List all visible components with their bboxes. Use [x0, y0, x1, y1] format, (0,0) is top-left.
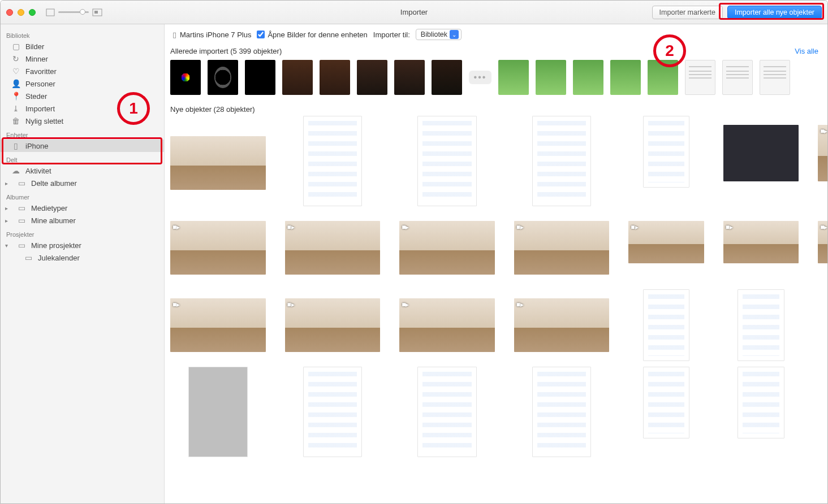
imported-thumb[interactable] — [498, 60, 529, 95]
chevron-down-icon: ▾ — [5, 242, 12, 249]
video-icon: ■▸ — [402, 223, 409, 231]
photo-tile[interactable] — [303, 367, 363, 457]
sidebar-item-people[interactable]: 👤 Personer — [1, 77, 164, 90]
imported-thumb[interactable] — [357, 60, 387, 95]
photo-tile[interactable]: ■▸ — [285, 221, 381, 275]
photo-tile[interactable] — [303, 116, 363, 206]
photo-tile[interactable]: ■▸ — [170, 221, 266, 275]
sidebar-item-trash[interactable]: 🗑 Nylig slettet — [1, 115, 164, 127]
imported-thumb[interactable] — [573, 60, 603, 95]
imported-thumb[interactable] — [536, 60, 566, 95]
photo-tile[interactable]: ■▸ — [285, 298, 381, 352]
section-header-new: Nye objekter (28 objekter) — [165, 103, 827, 117]
clock-icon: ↻ — [11, 54, 21, 63]
photo-tile[interactable] — [738, 289, 784, 361]
photo-tile[interactable]: ■▸ — [514, 221, 610, 275]
import-options-bar: ▯ Martins iPhone 7 Plus Åpne Bilder for … — [165, 24, 827, 45]
download-icon: ⤓ — [11, 104, 21, 113]
imported-thumb[interactable] — [760, 60, 790, 95]
sidebar-section-projects: Prosjekter — [1, 227, 164, 239]
photo-tile[interactable] — [188, 367, 248, 457]
sidebar-item-photos[interactable]: ▢ Bilder — [1, 40, 164, 53]
photo-tile[interactable]: ■▸ — [723, 221, 799, 263]
sidebar-item-my-albums[interactable]: ▸ ▭ Mine albumer — [1, 214, 164, 227]
photo-tile[interactable]: ■▸ — [818, 221, 827, 263]
video-icon: ■▸ — [287, 223, 295, 231]
sidebar-item-activity[interactable]: ☁ Aktivitet — [1, 164, 164, 177]
imported-thumb[interactable] — [282, 60, 313, 95]
sidebar-item-label: Steder — [25, 92, 47, 101]
import-destination-select[interactable]: Bibliotek ⌄ — [416, 29, 462, 40]
sidebar-item-imported[interactable]: ⤓ Importert — [1, 102, 164, 115]
photo-tile[interactable]: ■▸ — [399, 298, 495, 352]
sidebar-section-devices: Enheter — [1, 127, 164, 140]
video-icon: ■▸ — [516, 223, 524, 231]
imported-thumb[interactable] — [320, 60, 350, 95]
already-imported-row: ••• — [165, 59, 827, 103]
sidebar-item-label: Minner — [25, 55, 48, 63]
video-icon: ■▸ — [172, 301, 180, 309]
album-icon: ▭ — [16, 241, 27, 250]
photo-tile[interactable]: ■▸ — [514, 298, 610, 352]
titlebar: Importer Importer markerte Importer alle… — [1, 1, 827, 24]
sidebar-item-shared-albums[interactable]: ▸ ▭ Delte albumer — [1, 177, 164, 189]
chevron-right-icon: ▸ — [5, 180, 12, 186]
sidebar-item-label: Bilder — [25, 42, 44, 51]
photo-tile[interactable]: ■▸ — [628, 221, 704, 263]
checkbox-input[interactable] — [257, 31, 265, 38]
new-objects-grid: ■▸ ■▸ ■▸ ■▸ ■▸ ■▸ ■▸ ■▸ ■▸ ■▸ ■▸ ■▸ — [165, 117, 827, 425]
sidebar-item-label: Favoritter — [25, 67, 57, 76]
imported-thumb[interactable] — [170, 60, 201, 95]
photo-tile[interactable] — [532, 116, 592, 206]
imported-thumb[interactable] — [648, 60, 678, 95]
imported-thumb[interactable] — [610, 60, 641, 95]
photo-tile[interactable]: ■▸ — [818, 125, 827, 181]
sidebar-item-favorites[interactable]: ♡ Favoritter — [1, 65, 164, 77]
sidebar-item-julekalender[interactable]: ▭ Julekalender — [1, 251, 164, 264]
sidebar-item-my-projects[interactable]: ▾ ▭ Mine prosjekter — [1, 239, 164, 251]
app-window: Importer Importer markerte Importer alle… — [0, 0, 828, 504]
photo-tile[interactable] — [723, 125, 799, 181]
checkbox-label: Åpne Bilder for denne enheten — [268, 31, 367, 39]
section-header-already: Allerede importert (5 399 objekter) Vis … — [165, 45, 827, 59]
photo-tile[interactable] — [532, 367, 592, 457]
photo-tile[interactable]: ■▸ — [399, 221, 495, 275]
sidebar-item-memories[interactable]: ↻ Minner — [1, 53, 164, 65]
open-photos-checkbox[interactable]: Åpne Bilder for denne enheten — [257, 31, 367, 39]
sidebar-item-label: Mine prosjekter — [31, 241, 81, 250]
chevron-right-icon: ▸ — [5, 205, 12, 211]
photo-tile[interactable] — [643, 116, 690, 188]
imported-thumb[interactable] — [245, 60, 275, 95]
photo-tile[interactable]: ■▸ — [170, 298, 266, 352]
photo-tile[interactable] — [417, 116, 477, 206]
sidebar-item-label: Importert — [25, 105, 55, 113]
sidebar-item-places[interactable]: 📍 Steder — [1, 90, 164, 102]
imported-thumb[interactable] — [394, 60, 425, 95]
iphone-icon: ▯ — [172, 31, 176, 39]
sidebar-item-label: Medietyper — [31, 204, 67, 212]
heart-icon: ♡ — [11, 67, 21, 76]
imported-thumb[interactable] — [432, 60, 462, 95]
sidebar-item-label: Delte albumer — [31, 179, 77, 188]
photo-tile[interactable] — [170, 136, 266, 190]
video-icon: ■▸ — [631, 223, 638, 231]
import-to-label: Importer til: — [373, 31, 410, 39]
imported-thumb[interactable] — [722, 60, 753, 95]
album-icon: ▭ — [16, 203, 27, 212]
imported-thumb[interactable] — [208, 60, 238, 95]
photo-tile[interactable] — [643, 367, 690, 438]
sidebar-item-mediatypes[interactable]: ▸ ▭ Medietyper — [1, 202, 164, 214]
album-icon: ▭ — [16, 216, 27, 225]
photo-tile[interactable] — [643, 289, 690, 361]
imported-thumb[interactable] — [685, 60, 715, 95]
album-icon: ▭ — [16, 179, 27, 188]
sidebar-item-label: Personer — [25, 80, 55, 88]
photo-tile[interactable] — [417, 367, 477, 457]
photo-tile[interactable] — [738, 367, 784, 438]
video-icon: ■▸ — [516, 301, 524, 309]
sidebar: Bibliotek ▢ Bilder ↻ Minner ♡ Favoritter… — [1, 24, 165, 503]
more-thumbnails-button[interactable]: ••• — [469, 71, 491, 84]
sidebar-item-iphone[interactable]: ▯ iPhone — [1, 140, 164, 152]
view-all-link[interactable]: Vis alle — [795, 47, 818, 55]
photos-icon: ▢ — [11, 42, 21, 51]
